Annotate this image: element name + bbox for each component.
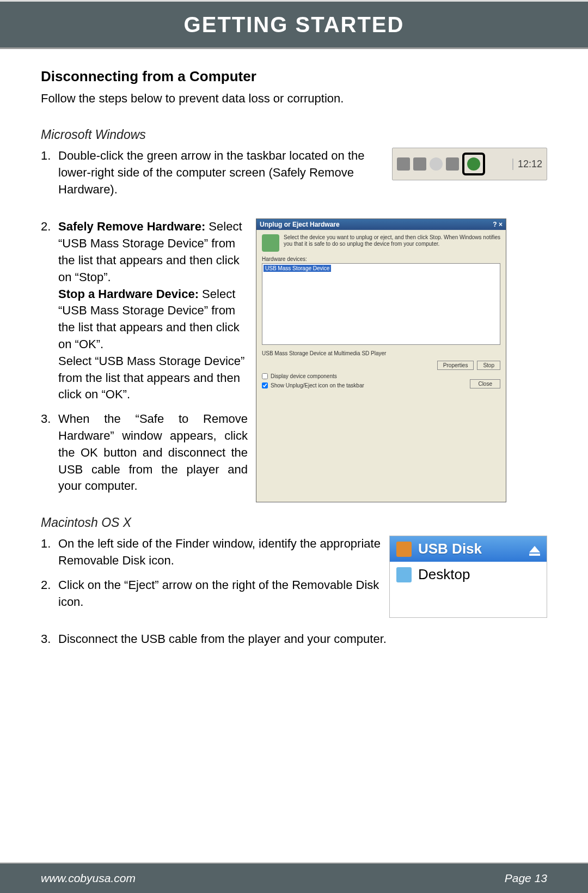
step-text: On the left side of the Finder window, i… (58, 536, 381, 569)
footer-url: www.cobyusa.com (41, 872, 136, 885)
tray-icon (397, 157, 410, 171)
list-item: 2. Safely Remove Hardware: Select “USB M… (41, 218, 248, 403)
dialog-list-item: USB Mass Storage Device (264, 265, 331, 272)
finder-usb-row: USB Disk (390, 536, 547, 562)
dialog-icon (262, 234, 279, 252)
page-header: GETTING STARTED (0, 0, 588, 49)
eject-icon (529, 546, 540, 552)
checkbox-label: Display device components (271, 373, 337, 379)
tray-icon (413, 157, 426, 171)
windows-subheading: Microsoft Windows (41, 127, 547, 142)
step-text: Double-click the green arrow in the task… (58, 148, 384, 198)
step-bold: Stop a Hardware Device: (58, 287, 199, 301)
properties-button: Properties (437, 361, 474, 370)
footer-page: Page 13 (505, 872, 547, 885)
checkbox-label: Show Unplug/Eject icon on the taskbar (271, 382, 364, 388)
step-bold: Safely Remove Hardware: (58, 220, 205, 233)
list-item: 3. Disconnect the USB cable from the pla… (41, 631, 547, 648)
safely-remove-dialog: Unplug or Eject Hardware ? × Select the … (256, 218, 506, 502)
dialog-list-label: Hardware devices: (262, 256, 500, 262)
step-number: 2. (41, 577, 58, 611)
step-number: 3. (41, 631, 58, 648)
windows-step1-row: 1. Double-click the green arrow in the t… (41, 148, 547, 205)
mac-steps: 1. On the left side of the Finder window… (41, 536, 381, 618)
safely-remove-icon (467, 157, 480, 171)
step-number: 1. (41, 148, 58, 198)
dialog-checkbox: Show Unplug/Eject icon on the taskbar (262, 382, 364, 388)
step-seg: Select “USB Mass Storage Device” from th… (58, 354, 244, 402)
safely-remove-highlight (462, 153, 485, 175)
finder-screenshot: USB Disk Desktop (389, 536, 547, 618)
dialog-listbox: USB Mass Storage Device (262, 263, 500, 345)
list-item: 2. Click on the “Eject” arrow on the rig… (41, 577, 381, 611)
finder-desktop-label: Desktop (418, 566, 470, 583)
taskbar-screenshot: 12:12 (392, 148, 547, 180)
dialog-desc: USB Mass Storage Device at Multimedia SD… (262, 350, 500, 356)
step-number: 3. (41, 411, 58, 495)
checkbox (262, 382, 268, 388)
windows-step2-3-row: 2. Safely Remove Hardware: Select “USB M… (41, 218, 547, 502)
page-footer: www.cobyusa.com Page 13 (0, 862, 588, 893)
checkbox (262, 373, 268, 379)
page-title: GETTING STARTED (184, 13, 405, 37)
window-controls: ? × (493, 221, 503, 228)
mac-subheading: Macintosh OS X (41, 515, 547, 530)
step-text: Safely Remove Hardware: Select “USB Mass… (58, 218, 248, 403)
dialog-bottom: Display device components Show Unplug/Ej… (262, 370, 500, 388)
dialog-checkbox: Display device components (262, 373, 364, 379)
mac-step3: 3. Disconnect the USB cable from the pla… (41, 631, 547, 648)
desktop-icon (396, 567, 412, 582)
dialog-buttons: Properties Stop (262, 361, 500, 370)
step-number: 1. (41, 536, 58, 569)
list-item: 1. Double-click the green arrow in the t… (41, 148, 384, 198)
finder-desktop-row: Desktop (390, 562, 547, 587)
dialog-top: Select the device you want to unplug or … (262, 234, 500, 252)
taskbar-clock: 12:12 (512, 159, 542, 170)
dialog-note: Select the device you want to unplug or … (284, 234, 500, 252)
finder-usb-label: USB Disk (418, 540, 482, 557)
step-number: 2. (41, 218, 58, 403)
list-item: 1. On the left side of the Finder window… (41, 536, 381, 569)
dialog-body: Select the device you want to unplug or … (256, 230, 506, 393)
close-button: Close (470, 379, 500, 388)
drive-icon (396, 542, 412, 557)
step-text: When the “Safe to Remove Hardware” windo… (58, 411, 248, 495)
page-content: Disconnecting from a Computer Follow the… (0, 49, 588, 648)
step-text: Click on the “Eject” arrow on the right … (58, 577, 381, 611)
list-item: 3. When the “Safe to Remove Hardware” wi… (41, 411, 248, 495)
section-intro: Follow the steps below to prevent data l… (41, 92, 547, 106)
step-text: Disconnect the USB cable from the player… (58, 631, 547, 648)
tray-icon (446, 157, 459, 171)
stop-button: Stop (477, 361, 500, 370)
dialog-titlebar: Unplug or Eject Hardware ? × (256, 219, 506, 230)
windows-steps-part2: 2. Safely Remove Hardware: Select “USB M… (41, 218, 248, 502)
windows-steps-part1: 1. Double-click the green arrow in the t… (41, 148, 384, 205)
tray-icon (430, 157, 443, 171)
dialog-title: Unplug or Eject Hardware (260, 221, 340, 228)
section-heading: Disconnecting from a Computer (41, 68, 547, 85)
mac-row: 1. On the left side of the Finder window… (41, 536, 547, 618)
